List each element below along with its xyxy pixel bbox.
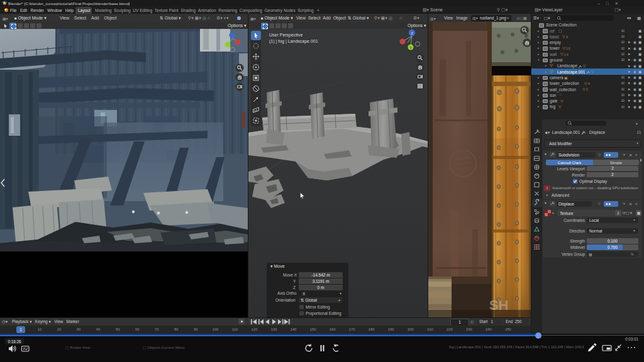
svg-text:Z: Z	[411, 31, 413, 35]
svg-text:Y: Y	[409, 46, 412, 50]
